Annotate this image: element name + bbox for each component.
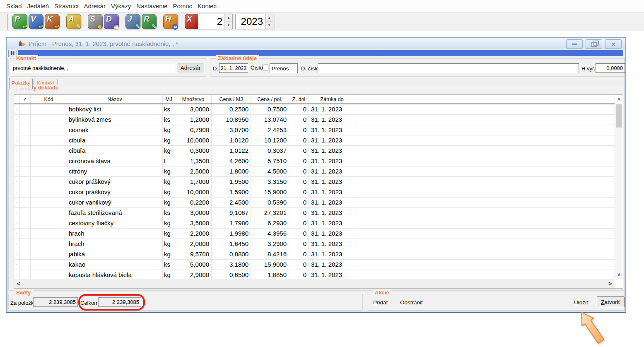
cell-check[interactable] (20, 146, 31, 156)
table-row[interactable]: ◦ hrach kg 2,2000 1,9980 4,3956 0 31. 1.… (14, 229, 615, 239)
cell-filler (355, 177, 615, 187)
ulozit-link[interactable]: Uložiť (574, 299, 589, 306)
header-zaruka-do[interactable]: Záruka do (309, 95, 355, 104)
scroll-up-icon[interactable]: ∧ (615, 95, 623, 104)
toolbar-button[interactable]: P ↩ (12, 14, 27, 29)
window-titlebar[interactable]: Príjem - Prenos, 31. 1. 2023, prvotné na… (7, 38, 625, 49)
doc-type-input[interactable] (270, 63, 298, 73)
cell-check[interactable] (20, 177, 31, 187)
restore-button[interactable] (586, 39, 602, 49)
toolbar-button[interactable]: H ⇄ (163, 14, 178, 29)
table-row[interactable]: ◦ citrónová štava l 1,3500 4,2600 5,7510… (14, 156, 615, 166)
cislo-checkbox[interactable] (263, 65, 268, 70)
toolbar-button[interactable]: J ✎ (125, 14, 140, 29)
header-z-dni[interactable]: Z. dni (289, 95, 309, 104)
cell-kod (31, 229, 67, 239)
menu-item[interactable]: Jedáleň (27, 2, 49, 10)
toolbar-button[interactable]: K ↩ (45, 14, 60, 29)
toolbar-button[interactable]: R ✎ (142, 14, 157, 29)
cell-cena-pol: 2,4253 (251, 125, 289, 135)
toolbar-button[interactable]: D ▦ (104, 14, 119, 29)
cell-check[interactable] (20, 135, 31, 145)
table-row[interactable]: ◦ jablká kg 9,5700 0,8800 8,4216 0 31. 1… (14, 249, 615, 260)
tab-polozky[interactable]: Položky (9, 78, 33, 89)
table-row[interactable]: ◦ cibuľa kg 10,0000 1,0120 10,1200 0 31.… (14, 135, 615, 146)
d-cislo-input[interactable] (318, 63, 579, 73)
cell-check[interactable] (20, 115, 31, 125)
table-row[interactable]: ◦ kapusta hlávková biela kg 2,9000 0,650… (14, 270, 615, 280)
menu-item[interactable]: Nastavenie (136, 2, 167, 10)
header-mj[interactable]: MJ (163, 95, 175, 104)
table-row[interactable]: ◦ cestoviny fliačky kg 3,5000 1,7980 6,2… (14, 218, 615, 229)
scroll-down-icon[interactable]: ∨ (615, 270, 623, 280)
zatvorit-button[interactable]: Zatvoriť (597, 296, 625, 307)
table-row[interactable]: ◦ cukor práškový kg 1,7000 1,9500 3,3150… (14, 177, 615, 187)
odstranit-link[interactable]: Odstrániť (400, 299, 423, 306)
akcie-group-label: Akcie (373, 289, 391, 296)
table-row[interactable]: ◦ cibuľa kg 0,3000 1,0122 0,3037 0 31. 1… (14, 146, 615, 156)
toolbar-button[interactable]: X (185, 14, 200, 29)
vertical-scrollbar[interactable]: ∧ ∨ (615, 95, 623, 280)
cell-check[interactable] (20, 187, 31, 197)
cell-check[interactable] (20, 249, 31, 259)
menu-item[interactable]: Adresár (84, 2, 106, 10)
table-row[interactable]: ◦ fazuľa sterilizovaná ks 3,0000 9,1067 … (14, 208, 615, 218)
toolbar-button[interactable]: A ✎ (66, 14, 81, 29)
table-row[interactable]: ◦ hrach kg 2,0000 1,6450 3,2900 0 31. 1.… (14, 239, 615, 249)
header-check-icon[interactable]: ✓ (20, 95, 31, 104)
scroll-right-icon[interactable]: > (605, 280, 615, 288)
menu-item[interactable]: Výkazy (111, 2, 131, 10)
year-down-icon[interactable]: ▼ (265, 22, 273, 29)
cell-check[interactable] (20, 198, 31, 207)
cell-check[interactable] (20, 239, 31, 249)
close-button[interactable]: ✕ (605, 39, 622, 49)
scroll-left-icon[interactable]: < (14, 280, 23, 288)
cell-zaruka-do: 31. 1. 2023 (309, 229, 355, 239)
table-row[interactable]: ◦ cesnak kg 0,7900 3,0700 2,4253 0 31. 1… (14, 125, 615, 135)
cell-check[interactable] (20, 104, 31, 114)
month-up-icon[interactable]: ▲ (225, 14, 232, 22)
month-value[interactable]: 2 (198, 14, 224, 29)
year-up-icon[interactable]: ▲ (265, 14, 273, 22)
header-kod[interactable]: Kód (31, 95, 67, 104)
table-row[interactable]: ◦ bobkový list ks 3,0000 0,2500 0,7500 0… (14, 104, 615, 115)
cell-check[interactable] (20, 156, 31, 166)
cell-check[interactable] (20, 166, 31, 176)
menu-item[interactable]: Stravníci (54, 2, 78, 10)
cell-check[interactable] (20, 229, 31, 239)
header-cena-pol[interactable]: Cena / pol. (251, 95, 289, 104)
minimize-icon (572, 43, 577, 45)
header-nazov[interactable]: Názov (67, 95, 163, 104)
toolbar-button[interactable]: S ☻ (88, 14, 103, 29)
row-marker-icon: ◦ (14, 198, 20, 207)
toolbar-button[interactable]: V ↩ (29, 14, 43, 29)
table-row[interactable]: ◦ cukor práškový kg 10,0000 1,5900 15,90… (14, 187, 615, 198)
year-value[interactable]: 2023 (236, 14, 265, 29)
minimize-button[interactable] (566, 39, 583, 49)
cell-check[interactable] (20, 270, 31, 280)
h-vyr-input[interactable] (596, 63, 625, 73)
month-down-icon[interactable]: ▼ (225, 22, 232, 29)
vertical-scrollbar-thumb[interactable] (616, 104, 622, 128)
menu-item[interactable]: Koniec (198, 2, 217, 10)
table-row[interactable]: ◦ cukor vanilkový kg 0,2200 2,4500 0,539… (14, 198, 615, 208)
kontakt-input[interactable] (11, 63, 175, 73)
horizontal-scrollbar[interactable]: < > (14, 280, 615, 288)
cell-check[interactable] (20, 208, 31, 218)
table-row[interactable]: ◦ kakao ks 5,0000 3,1800 15,9000 0 31. 1… (14, 260, 615, 270)
header-mnozstvo[interactable]: Množstvo (175, 95, 212, 104)
pridat-link[interactable]: Pridať (373, 299, 388, 306)
cell-cena-mj: 2,4500 (212, 198, 251, 207)
cell-nazov: bobkový list (67, 104, 163, 114)
cell-nazov: cukor práškový (67, 177, 163, 187)
table-row[interactable]: ◦ bylinková zmes ks 1,2000 10,8950 13,07… (14, 115, 615, 125)
header-cena-mj[interactable]: Cena / MJ (212, 95, 251, 104)
menu-item[interactable]: Pomoc (173, 2, 192, 10)
menu-item[interactable]: Sklad (6, 2, 22, 10)
date-input[interactable] (219, 63, 248, 73)
cell-check[interactable] (20, 125, 31, 135)
cell-check[interactable] (20, 218, 31, 228)
adresar-button[interactable]: Adresár (177, 63, 204, 73)
cell-check[interactable] (20, 260, 31, 270)
table-row[interactable]: ◦ citróny kg 2,5000 1,8000 4,5000 0 31. … (14, 166, 615, 177)
